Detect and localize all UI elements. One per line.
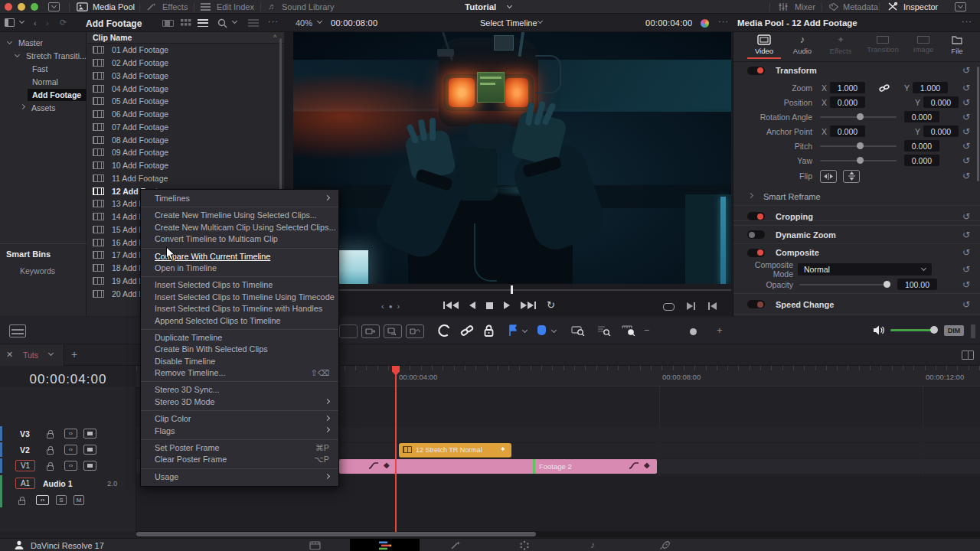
zoom-y-input[interactable]: 1.000 bbox=[913, 82, 948, 93]
track-enable-icon[interactable] bbox=[83, 429, 96, 439]
reset-dynamic-zoom-icon[interactable]: ↺ bbox=[962, 230, 970, 240]
tab-file[interactable]: File bbox=[942, 34, 972, 55]
menu-item-clear-poster-frame[interactable]: Clear Poster Frame⌥P bbox=[141, 454, 338, 465]
menu-item-usage[interactable]: Usage bbox=[141, 471, 338, 483]
flip-vertical-button[interactable] bbox=[843, 170, 860, 183]
timeline-zoom-detail-icon[interactable] bbox=[597, 325, 611, 336]
keyframe-diamond-icon[interactable]: ◆ bbox=[644, 461, 650, 469]
track-enable-icon[interactable] bbox=[83, 461, 96, 471]
lock-icon[interactable] bbox=[18, 500, 25, 505]
chevron-down-icon[interactable] bbox=[19, 18, 24, 24]
menu-item-insert-clips[interactable]: Insert Selected Clips to Timeline bbox=[141, 279, 338, 291]
speed-change-section[interactable]: Speed Change ↺ bbox=[733, 295, 980, 313]
opacity-input[interactable]: 100.00 bbox=[897, 279, 937, 290]
reset-composite-icon[interactable]: ↺ bbox=[962, 248, 970, 257]
mute-button[interactable]: M bbox=[74, 495, 84, 505]
menu-item-append-clips[interactable]: Append Selected Clips to Timeline bbox=[141, 315, 338, 327]
viewer-zoom-level[interactable]: 40% bbox=[296, 18, 312, 28]
chevron-down-icon[interactable] bbox=[537, 18, 543, 24]
play-button[interactable] bbox=[504, 302, 510, 309]
video-frame[interactable] bbox=[293, 32, 731, 284]
menu-item-create-bin[interactable]: Create Bin With Selected Clips bbox=[141, 344, 338, 355]
panel-collapse-icon[interactable] bbox=[5, 18, 15, 27]
timeline-hscrollbar-track[interactable] bbox=[136, 531, 980, 537]
flip-horizontal-button[interactable] bbox=[820, 170, 837, 183]
inspector-scrollbar[interactable] bbox=[977, 67, 979, 181]
anchor-x-input[interactable]: 0.000 bbox=[830, 126, 865, 137]
close-window-button[interactable] bbox=[5, 3, 12, 11]
position-x-input[interactable]: 0.000 bbox=[830, 96, 865, 108]
volume-knob[interactable] bbox=[930, 326, 938, 334]
viewer-overflow-menu[interactable]: ··· bbox=[718, 17, 729, 26]
chevron-down-icon[interactable] bbox=[232, 18, 237, 24]
chevron-down-icon[interactable] bbox=[48, 350, 54, 356]
timeline-selector[interactable]: Select Timeline bbox=[480, 18, 537, 28]
menu-item-stereo-3d-mode[interactable]: Stereo 3D Mode bbox=[141, 396, 338, 408]
timeline-zoom-full-icon[interactable] bbox=[571, 325, 585, 336]
toolbar-right-handle[interactable] bbox=[971, 324, 975, 338]
page-color-icon[interactable] bbox=[519, 540, 530, 550]
inspector-overflow-menu[interactable]: ··· bbox=[962, 17, 972, 26]
menu-item-set-poster-frame[interactable]: Set Poster Frame⌘P bbox=[141, 442, 338, 454]
cropping-enable-toggle[interactable] bbox=[747, 212, 765, 220]
menu-item-remove-timeline[interactable]: Remove Timeline...⇧⌫ bbox=[141, 367, 338, 379]
page-edit-active[interactable] bbox=[350, 539, 420, 551]
timeline-tab-active[interactable]: ✕ Tuts bbox=[0, 344, 64, 366]
reset-anchor-icon[interactable]: ↺ bbox=[962, 127, 970, 136]
link-xy-icon[interactable] bbox=[879, 84, 890, 92]
clip-row[interactable]: 11 Add Footage bbox=[87, 172, 284, 185]
razor-icon[interactable] bbox=[438, 324, 450, 337]
composite-enable-toggle[interactable] bbox=[747, 249, 765, 257]
tab-image[interactable]: Image bbox=[906, 34, 940, 54]
pitch-slider[interactable] bbox=[820, 145, 897, 147]
keyframe-curve-icon[interactable] bbox=[368, 461, 379, 470]
top-panel-metadata[interactable]: Metadata bbox=[843, 2, 878, 11]
volume-slider[interactable] bbox=[890, 329, 936, 331]
flag-icon[interactable] bbox=[508, 324, 518, 337]
auto-select-icon[interactable]: ‹› bbox=[64, 429, 77, 439]
timeline-clip-transition[interactable]: 12 Stretch TR Normal ✦ bbox=[399, 443, 511, 458]
solo-button[interactable]: S bbox=[56, 495, 67, 505]
menu-item-flags[interactable]: Flags bbox=[141, 425, 338, 437]
clip-row[interactable]: 03 Add Footage bbox=[87, 70, 284, 83]
track-header-v1[interactable]: V1 ‹› bbox=[0, 458, 136, 473]
sync-bins-icon[interactable]: ⟳ bbox=[60, 18, 67, 28]
rotation-slider[interactable] bbox=[820, 116, 897, 118]
loop-range-button[interactable] bbox=[663, 303, 675, 311]
bin-item-fast[interactable]: Fast bbox=[0, 63, 87, 75]
thumbnail-view-icon[interactable] bbox=[181, 19, 191, 28]
tab-audio[interactable]: ♪ Audio bbox=[786, 34, 819, 55]
match-frame-prev-button[interactable] bbox=[708, 302, 717, 310]
trim-mode-icon[interactable] bbox=[361, 324, 380, 338]
timeline-playhead[interactable] bbox=[395, 366, 397, 532]
lock-icon[interactable] bbox=[47, 449, 54, 455]
reset-zoom-icon[interactable]: ↺ bbox=[962, 83, 970, 93]
bin-item-master[interactable]: Master bbox=[0, 37, 87, 49]
tab-transition[interactable]: Transition bbox=[862, 34, 903, 54]
reset-speed-change-icon[interactable]: ↺ bbox=[962, 300, 970, 309]
menu-item-convert-multicam[interactable]: Convert Timeline to Multicam Clip bbox=[141, 233, 338, 245]
timeline-tab-name[interactable]: Tuts bbox=[23, 350, 38, 360]
rotation-input[interactable]: 0.000 bbox=[904, 111, 939, 122]
auto-select-icon[interactable]: ‹› bbox=[64, 445, 77, 455]
bin-item-add-footage-selected[interactable]: Add Footage bbox=[28, 89, 87, 101]
position-lock-icon[interactable] bbox=[483, 324, 495, 337]
page-fairlight-icon[interactable]: ♪ bbox=[590, 540, 595, 550]
yaw-input[interactable]: 0.000 bbox=[904, 155, 939, 166]
chevron-down-icon[interactable] bbox=[522, 328, 528, 333]
swap-clips-icon[interactable] bbox=[406, 324, 424, 338]
clip-row[interactable]: 09 Add Footage bbox=[87, 146, 284, 159]
chevron-down-icon[interactable] bbox=[317, 18, 322, 24]
clip-row[interactable]: 01 Add Footage bbox=[87, 44, 284, 57]
jog-control[interactable]: ‹ ● › bbox=[381, 302, 400, 311]
position-y-input[interactable]: 0.000 bbox=[923, 96, 959, 108]
match-frame-next-button[interactable] bbox=[687, 302, 695, 310]
top-panel-edit-index[interactable]: Edit Index bbox=[217, 2, 254, 11]
dynamic-trim-icon[interactable] bbox=[384, 324, 402, 338]
page-fusion-icon[interactable] bbox=[450, 540, 461, 550]
jog-dot-icon[interactable]: ● bbox=[389, 303, 393, 310]
selection-mode-icon[interactable] bbox=[339, 324, 358, 338]
lock-icon[interactable] bbox=[47, 465, 54, 471]
menu-item-clip-color[interactable]: Clip Color bbox=[141, 413, 338, 425]
dynamic-zoom-section[interactable]: Dynamic Zoom ↺ bbox=[733, 226, 980, 243]
